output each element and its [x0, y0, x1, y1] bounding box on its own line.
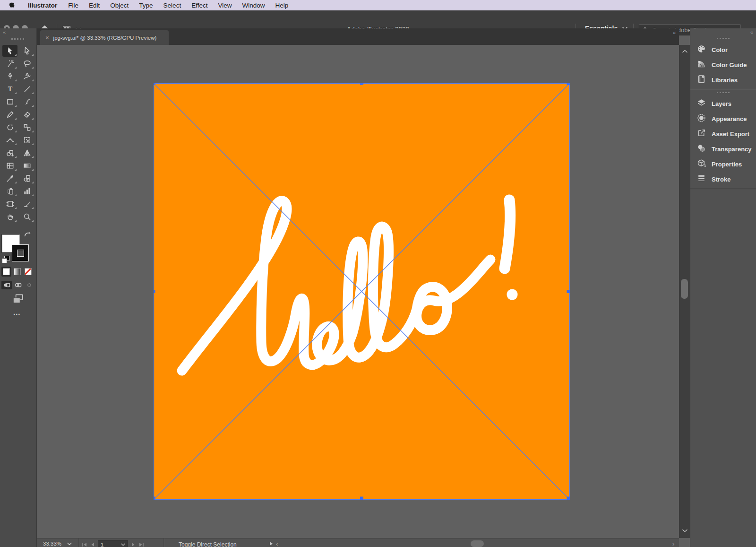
artboard-number-input[interactable]: 1	[98, 540, 128, 547]
macos-menu-bar: Illustrator File Edit Object Type Select…	[0, 0, 756, 10]
lasso-tool[interactable]	[19, 58, 34, 69]
document-tab-bar: × jpg-svg.ai* @ 33.33% (RGB/GPU Preview)…	[37, 28, 679, 45]
hand-tool[interactable]	[2, 211, 17, 223]
collapse-tools-icon[interactable]: «	[3, 29, 5, 35]
last-artboard-icon[interactable]	[139, 542, 144, 547]
app-title-bar: Adobe Illustrator 2020 Essentials	[0, 10, 756, 28]
magic-wand-tool[interactable]	[2, 58, 17, 69]
panel-group-grip[interactable]	[717, 92, 730, 93]
panel-color[interactable]: Color	[690, 42, 756, 57]
panel-stroke[interactable]: Stroke	[690, 172, 756, 187]
mesh-tool[interactable]	[2, 160, 17, 172]
chevron-down-icon	[121, 543, 125, 546]
swap-fill-stroke-icon[interactable]	[24, 231, 32, 239]
panel-asset-export[interactable]: Asset Export	[690, 126, 756, 141]
menu-file[interactable]: File	[63, 2, 84, 9]
status-bar: 33.33% 1 Toggle Direct Selection ‹ ›	[37, 538, 679, 547]
edit-toolbar-icon[interactable]: ...	[13, 308, 21, 316]
hscroll-right-icon[interactable]: ›	[672, 540, 674, 547]
panel-transparency[interactable]: Transparency	[690, 141, 756, 156]
selection-bounding-box[interactable]	[154, 83, 570, 500]
shape-builder-tool[interactable]	[2, 147, 17, 159]
none-button[interactable]	[23, 267, 33, 277]
panel-grip[interactable]	[11, 38, 25, 40]
menu-effect[interactable]: Effect	[186, 2, 213, 9]
zoom-level-control[interactable]: 33.33%	[43, 541, 72, 547]
menu-select[interactable]: Select	[158, 2, 187, 9]
scroll-down-icon[interactable]	[682, 526, 688, 535]
appearance-icon	[696, 113, 706, 124]
panel-color-guide[interactable]: Color Guide	[690, 57, 756, 72]
direct-selection-tool[interactable]	[19, 45, 34, 57]
collapse-panel-icon[interactable]: «	[673, 30, 675, 35]
curvature-tool[interactable]	[19, 70, 34, 82]
draw-inside-button[interactable]	[24, 281, 34, 289]
slice-tool[interactable]	[19, 198, 34, 210]
exclamation-dot	[507, 289, 518, 300]
vertical-scrollbar[interactable]	[679, 45, 690, 538]
stroke-color-swatch[interactable]	[12, 244, 29, 261]
menu-object[interactable]: Object	[105, 2, 134, 9]
scale-tool[interactable]	[19, 122, 34, 133]
scroll-up-icon[interactable]	[682, 47, 688, 55]
width-tool[interactable]	[2, 134, 17, 146]
draw-behind-button[interactable]	[13, 281, 23, 289]
canvas-area[interactable]	[37, 45, 679, 538]
line-segment-tool[interactable]	[19, 83, 34, 95]
apple-icon[interactable]	[8, 1, 15, 9]
hello-artwork	[182, 200, 510, 371]
free-transform-tool[interactable]	[19, 134, 34, 146]
properties-cube-icon	[696, 158, 706, 170]
default-fill-stroke-icon[interactable]	[2, 256, 9, 263]
libraries-book-icon	[696, 74, 706, 86]
shaper-tool[interactable]	[2, 109, 17, 121]
next-artboard-icon[interactable]	[131, 542, 136, 547]
perspective-grid-tool[interactable]	[19, 147, 34, 159]
selected-placed-image[interactable]	[154, 83, 570, 500]
hscroll-left-icon[interactable]: ‹	[276, 540, 278, 547]
right-panel-dock: « Color Color Guide Libraries	[690, 28, 756, 547]
first-artboard-icon[interactable]	[82, 542, 87, 547]
column-graph-tool[interactable]	[19, 185, 34, 197]
rotate-tool[interactable]	[2, 122, 17, 133]
artboard[interactable]	[154, 83, 570, 500]
menu-illustrator[interactable]: Illustrator	[22, 2, 63, 9]
menu-edit[interactable]: Edit	[84, 2, 105, 9]
type-tool[interactable]: T	[2, 83, 17, 95]
status-divider	[78, 538, 79, 547]
panel-appearance[interactable]: Appearance	[690, 111, 756, 126]
selection-tool[interactable]	[2, 45, 17, 57]
panel-properties[interactable]: Properties	[690, 156, 756, 172]
paintbrush-tool[interactable]	[19, 96, 34, 108]
menu-view[interactable]: View	[213, 2, 237, 9]
symbol-sprayer-tool[interactable]	[2, 185, 17, 197]
zoom-tool[interactable]	[19, 211, 34, 223]
pen-tool[interactable]	[2, 70, 17, 82]
color-guide-icon	[696, 59, 706, 70]
vertical-scrollbar-thumb[interactable]	[681, 279, 688, 299]
color-fill-button[interactable]	[1, 267, 11, 277]
menu-type[interactable]: Type	[134, 2, 158, 9]
artboard-tool[interactable]	[2, 198, 17, 210]
eyedropper-tool[interactable]	[2, 173, 17, 184]
dock-separator	[690, 89, 756, 90]
draw-normal-button[interactable]	[1, 281, 12, 289]
panel-group-grip[interactable]	[717, 38, 730, 39]
eraser-tool[interactable]	[19, 109, 34, 121]
gradient-tool[interactable]	[19, 160, 34, 172]
zoom-level-value: 33.33%	[43, 541, 61, 547]
blend-tool[interactable]	[19, 173, 34, 184]
menu-window[interactable]: Window	[237, 2, 270, 9]
tab-close-icon[interactable]: ×	[45, 34, 49, 41]
panel-layers[interactable]: Layers	[690, 96, 756, 111]
previous-artboard-icon[interactable]	[90, 542, 94, 547]
status-flyout-icon[interactable]	[269, 541, 273, 547]
document-tab[interactable]: × jpg-svg.ai* @ 33.33% (RGB/GPU Preview)	[40, 30, 169, 45]
gradient-button[interactable]	[12, 267, 22, 277]
horizontal-scrollbar-thumb[interactable]	[471, 540, 484, 547]
expand-panels-icon[interactable]: «	[750, 29, 753, 35]
panel-libraries[interactable]: Libraries	[690, 72, 756, 87]
change-screen-mode-icon[interactable]	[12, 293, 24, 306]
menu-help[interactable]: Help	[270, 2, 293, 9]
rectangle-tool[interactable]	[2, 96, 17, 108]
